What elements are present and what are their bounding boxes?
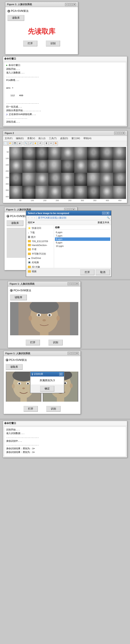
tb-new[interactable]: 📄 (4, 142, 8, 145)
face-cell-18 (10, 173, 22, 186)
fig1-result-maximize[interactable]: □ (72, 352, 75, 355)
fig2-minimize-btn[interactable]: ─ (114, 132, 118, 134)
search-icon[interactable]: 🔍 (107, 216, 110, 219)
tb-save[interactable]: 💾 (13, 142, 17, 145)
figure2-toolbar: 📄 📂 💾 🖨 🔍 🔎 ✋ ↺ ╋ ✏ 🎨 (3, 141, 127, 146)
fig1-face-radio[interactable] (10, 289, 13, 292)
file-item-7[interactable]: 7.pgm (55, 234, 110, 238)
menu-edit[interactable]: 编辑(E) (15, 136, 25, 140)
svg-rect-10 (40, 332, 48, 335)
forward-arrow[interactable]: → (31, 216, 33, 219)
tb-zoom-in[interactable]: 🔍 (24, 142, 28, 145)
back-arrow[interactable]: ← (28, 216, 30, 219)
y-label-50: 50 (7, 151, 9, 153)
fig1-face-load-btn[interactable]: 读取库 (10, 294, 27, 300)
fig2-close-btn[interactable]: ✕ (122, 132, 125, 134)
msgbox-ok-btn[interactable]: 确定 (40, 386, 54, 392)
fig1-open-radio[interactable] (7, 215, 9, 218)
fig1-result-minimize[interactable]: ─ (68, 352, 71, 355)
sidebar-download[interactable]: ↓ 下载 (27, 230, 53, 235)
sidebar-3d[interactable]: 3D 对象 (27, 265, 53, 269)
new-folder-btn[interactable]: 新建文件夹 (98, 221, 110, 224)
fig1-result-open-btn[interactable]: 打开 (24, 406, 38, 412)
menu-window[interactable]: 窗口(W) (70, 136, 81, 140)
fig1-face-open-btn[interactable]: 打开 (26, 340, 40, 346)
tb-brush[interactable]: ✏ (49, 142, 53, 145)
fig2-maximize-btn[interactable]: □ (118, 132, 122, 134)
radio-pca-svm[interactable] (8, 10, 10, 12)
fig1-face-recognize-btn[interactable]: 识别 (48, 340, 63, 346)
folder-icon-video (28, 270, 31, 273)
tb-data-cursor[interactable]: ╋ (44, 142, 48, 145)
menu-desktop[interactable]: 桌面(D) (59, 136, 69, 140)
fig1-face-minimize[interactable]: ─ (68, 282, 71, 285)
fig1-result-radio[interactable] (6, 359, 8, 361)
fig1-open-load-btn[interactable]: 读取库 (7, 220, 24, 226)
menu-help[interactable]: 帮助(H) (82, 136, 92, 140)
up-arrow[interactable]: ↑ (34, 216, 35, 219)
tb-rotate[interactable]: ↺ (38, 142, 42, 145)
tb-zoom-out[interactable]: 🔎 (28, 142, 33, 145)
cmd-recog-line-recognizing: 身份识别中... (6, 440, 124, 443)
file-item-6[interactable]: 6.pgm (55, 230, 110, 234)
fig1-result-load-btn[interactable]: 读取库 (6, 364, 22, 370)
fig1-result-close[interactable]: ✕ (75, 352, 79, 355)
file-dialog-open-btn[interactable]: 打开 (80, 270, 94, 275)
sidebar-images[interactable]: 🖼 图片 (27, 235, 53, 239)
file-item-8[interactable]: 8.pgm (55, 238, 110, 241)
fig1-face-maximize[interactable]: □ (72, 282, 75, 285)
quick-access-icon: ⭐ (28, 227, 31, 230)
msgbox-titlebar: ℹ 识别结果 ✕ (30, 372, 64, 376)
sidebar-709[interactable]: 709_ES110709 (27, 239, 53, 243)
tb-open[interactable]: 📂 (8, 142, 12, 145)
sidebar-quick-access[interactable]: ⭐ 快速访问 (27, 226, 53, 230)
menu-tools[interactable]: 工具(T) (48, 136, 58, 140)
file-item-9[interactable]: 9.pgm (55, 241, 110, 244)
file-dialog-cancel-btn[interactable]: 取消 (96, 270, 110, 275)
sidebar-onedrive[interactable]: ☁ OneDrive (27, 256, 53, 260)
cmd-recog-line-dots1: ....................... (6, 436, 124, 440)
cmd-window-recognition: 命令行窗口 识别开始... 读入识别数据... ................… (3, 421, 127, 458)
menu-view[interactable]: 查看(V) (26, 136, 36, 140)
open-btn[interactable]: 打开 (23, 40, 37, 46)
menu-file[interactable]: 文件(F) (4, 136, 13, 140)
close-btn[interactable]: ✕ (73, 3, 76, 6)
sidebar-video[interactable]: 视频 (27, 269, 53, 274)
file-dialog-close[interactable]: ✕ (106, 212, 110, 215)
sidebar-hands[interactable]: HandsDection- (27, 243, 53, 247)
folder-3d-label: 3D 对象 (32, 265, 40, 268)
file-dialog-minimize[interactable]: ─ (102, 212, 106, 215)
tb-print[interactable]: 🖨 (18, 142, 22, 145)
fig1-result-recognize-btn[interactable]: 识别 (46, 406, 60, 412)
recognize-btn[interactable]: 识别 (46, 40, 60, 46)
file-item-10[interactable]: 10.pgm (55, 244, 110, 248)
x-label-450: 450 (118, 200, 122, 202)
face-cell-27 (10, 186, 22, 199)
menu-insert[interactable]: 插入(I) (38, 136, 46, 140)
tb-pan[interactable]: ✋ (33, 142, 38, 145)
onedrive-label: OneDrive (31, 257, 41, 259)
face-cell-9 (10, 160, 22, 173)
fig1-face-close[interactable]: ✕ (75, 282, 79, 285)
cmd-line-dots3: ............... (6, 116, 124, 120)
tb-colormap[interactable]: 🎨 (54, 142, 58, 145)
cmd-recog-line-result1: 身份识别结果：类别为：3+ (6, 447, 124, 451)
msgbox-body: 所属类别为:3 (30, 376, 64, 384)
maximize-btn[interactable]: □ (69, 3, 72, 6)
sidebar-nope[interactable]: 不堪 (27, 247, 53, 252)
msgbox-close-btn[interactable]: ✕ (59, 373, 63, 376)
face-cell-34 (100, 186, 113, 199)
figure1-titlebar: Figure 1: 人脸识别系统 ─ □ ✕ (5, 2, 78, 7)
sidebar-pc[interactable]: 💻 此电脑 (27, 260, 53, 265)
org-dropdown[interactable]: 组织▼ (28, 221, 35, 224)
sidebar-handwrite[interactable]: 半写数字识别 (27, 252, 53, 256)
minimize-btn[interactable]: ─ (65, 3, 68, 6)
load-library-btn[interactable]: 读取库 (8, 15, 24, 21)
face-cell-20 (36, 173, 48, 186)
toolbar-sep2 (43, 142, 43, 145)
folder-icon-3d (28, 266, 31, 268)
hint-text: 先读取库 (8, 27, 76, 36)
file-dialog-controls: ─ ✕ (102, 212, 110, 215)
figure2-plot-area: 50 100 150 200 250 300 350 400 (3, 146, 127, 203)
cmd-save-text: 正在保存SVM训练结果... (9, 113, 36, 116)
